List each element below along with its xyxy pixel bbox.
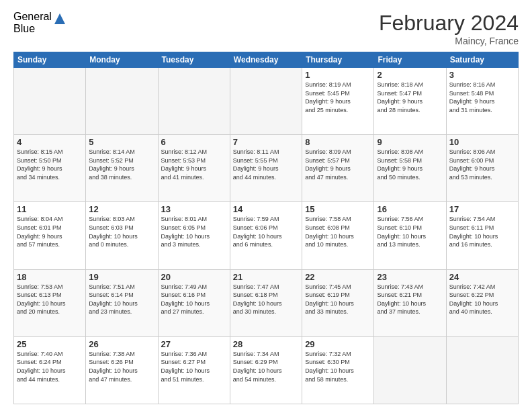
- day-info: Sunrise: 8:08 AM Sunset: 5:58 PM Dayligh…: [377, 148, 443, 181]
- day-info: Sunrise: 8:15 AM Sunset: 5:50 PM Dayligh…: [17, 148, 83, 181]
- day-number: 1: [305, 70, 371, 80]
- day-info: Sunrise: 8:16 AM Sunset: 5:48 PM Dayligh…: [449, 81, 515, 114]
- day-info: Sunrise: 7:36 AM Sunset: 6:27 PM Dayligh…: [161, 350, 227, 383]
- calendar-cell: 10Sunrise: 8:06 AM Sunset: 6:00 PM Dayli…: [446, 135, 518, 202]
- day-number: 21: [233, 272, 299, 282]
- day-info: Sunrise: 7:59 AM Sunset: 6:06 PM Dayligh…: [233, 215, 299, 248]
- day-number: 4: [17, 137, 83, 147]
- day-info: Sunrise: 7:53 AM Sunset: 6:13 PM Dayligh…: [17, 283, 83, 316]
- calendar-cell: 15Sunrise: 7:58 AM Sunset: 6:08 PM Dayli…: [302, 202, 374, 269]
- logo-general: General: [13, 11, 52, 23]
- calendar-cell: 17Sunrise: 7:54 AM Sunset: 6:11 PM Dayli…: [446, 202, 518, 269]
- day-info: Sunrise: 8:18 AM Sunset: 5:47 PM Dayligh…: [377, 81, 443, 114]
- day-info: Sunrise: 8:19 AM Sunset: 5:45 PM Dayligh…: [305, 81, 371, 114]
- day-number: 12: [89, 204, 154, 214]
- day-number: 3: [449, 70, 515, 80]
- calendar-cell: 13Sunrise: 8:01 AM Sunset: 6:05 PM Dayli…: [158, 202, 230, 269]
- day-number: 28: [233, 339, 299, 349]
- calendar-cell: 25Sunrise: 7:40 AM Sunset: 6:24 PM Dayli…: [14, 336, 86, 404]
- day-number: 20: [161, 272, 227, 282]
- day-number: 6: [161, 137, 227, 147]
- calendar-cell: 16Sunrise: 7:56 AM Sunset: 6:10 PM Dayli…: [374, 202, 446, 269]
- day-info: Sunrise: 7:40 AM Sunset: 6:24 PM Dayligh…: [17, 350, 83, 383]
- day-number: 26: [89, 339, 154, 349]
- calendar-cell: 12Sunrise: 8:03 AM Sunset: 6:03 PM Dayli…: [86, 202, 158, 269]
- week-row-4: 18Sunrise: 7:53 AM Sunset: 6:13 PM Dayli…: [14, 269, 519, 336]
- header: General Blue February 2024 Maincy, Franc…: [13, 11, 519, 46]
- day-info: Sunrise: 7:34 AM Sunset: 6:29 PM Dayligh…: [233, 350, 299, 383]
- calendar-cell: 4Sunrise: 8:15 AM Sunset: 5:50 PM Daylig…: [14, 135, 86, 202]
- calendar-cell: [446, 336, 518, 404]
- header-friday: Friday: [374, 52, 446, 68]
- title-section: February 2024 Maincy, France: [379, 11, 519, 46]
- day-info: Sunrise: 8:12 AM Sunset: 5:53 PM Dayligh…: [161, 148, 227, 181]
- calendar-cell: 20Sunrise: 7:49 AM Sunset: 6:16 PM Dayli…: [158, 269, 230, 336]
- calendar-cell: [374, 336, 446, 404]
- day-number: 18: [17, 272, 83, 282]
- calendar-cell: [86, 68, 158, 135]
- day-number: 27: [161, 339, 227, 349]
- header-monday: Monday: [86, 52, 158, 68]
- calendar-cell: 2Sunrise: 8:18 AM Sunset: 5:47 PM Daylig…: [374, 68, 446, 135]
- header-saturday: Saturday: [446, 52, 518, 68]
- day-info: Sunrise: 7:56 AM Sunset: 6:10 PM Dayligh…: [377, 215, 443, 248]
- day-number: 7: [233, 137, 299, 147]
- logo-icon: [53, 12, 66, 26]
- calendar-cell: [158, 68, 230, 135]
- calendar-cell: 6Sunrise: 8:12 AM Sunset: 5:53 PM Daylig…: [158, 135, 230, 202]
- day-info: Sunrise: 7:47 AM Sunset: 6:18 PM Dayligh…: [233, 283, 299, 316]
- day-info: Sunrise: 8:06 AM Sunset: 6:00 PM Dayligh…: [449, 148, 515, 181]
- calendar-cell: 9Sunrise: 8:08 AM Sunset: 5:58 PM Daylig…: [374, 135, 446, 202]
- header-tuesday: Tuesday: [158, 52, 230, 68]
- calendar-cell: 29Sunrise: 7:32 AM Sunset: 6:30 PM Dayli…: [302, 336, 374, 404]
- day-number: 29: [305, 339, 371, 349]
- day-info: Sunrise: 7:51 AM Sunset: 6:14 PM Dayligh…: [89, 283, 154, 316]
- day-info: Sunrise: 7:42 AM Sunset: 6:22 PM Dayligh…: [449, 283, 515, 316]
- day-number: 24: [449, 272, 515, 282]
- week-row-3: 11Sunrise: 8:04 AM Sunset: 6:01 PM Dayli…: [14, 202, 519, 269]
- logo-text: General Blue: [13, 11, 52, 34]
- logo-blue: Blue: [13, 23, 52, 35]
- day-number: 19: [89, 272, 154, 282]
- day-info: Sunrise: 7:58 AM Sunset: 6:08 PM Dayligh…: [305, 215, 371, 248]
- page: General Blue February 2024 Maincy, Franc…: [0, 0, 532, 411]
- header-row: SundayMondayTuesdayWednesdayThursdayFrid…: [14, 52, 519, 68]
- month-title: February 2024: [379, 11, 519, 36]
- calendar-cell: 3Sunrise: 8:16 AM Sunset: 5:48 PM Daylig…: [446, 68, 518, 135]
- day-info: Sunrise: 8:01 AM Sunset: 6:05 PM Dayligh…: [161, 215, 227, 248]
- day-info: Sunrise: 8:03 AM Sunset: 6:03 PM Dayligh…: [89, 215, 154, 248]
- day-info: Sunrise: 7:54 AM Sunset: 6:11 PM Dayligh…: [449, 215, 515, 248]
- calendar-cell: 27Sunrise: 7:36 AM Sunset: 6:27 PM Dayli…: [158, 336, 230, 404]
- day-number: 11: [17, 204, 83, 214]
- day-info: Sunrise: 8:11 AM Sunset: 5:55 PM Dayligh…: [233, 148, 299, 181]
- week-row-2: 4Sunrise: 8:15 AM Sunset: 5:50 PM Daylig…: [14, 135, 519, 202]
- calendar-cell: 19Sunrise: 7:51 AM Sunset: 6:14 PM Dayli…: [86, 269, 158, 336]
- day-number: 22: [305, 272, 371, 282]
- day-number: 9: [377, 137, 443, 147]
- day-number: 8: [305, 137, 371, 147]
- week-row-5: 25Sunrise: 7:40 AM Sunset: 6:24 PM Dayli…: [14, 336, 519, 404]
- calendar-cell: 1Sunrise: 8:19 AM Sunset: 5:45 PM Daylig…: [302, 68, 374, 135]
- day-info: Sunrise: 8:14 AM Sunset: 5:52 PM Dayligh…: [89, 148, 154, 181]
- day-number: 13: [161, 204, 227, 214]
- week-row-1: 1Sunrise: 8:19 AM Sunset: 5:45 PM Daylig…: [14, 68, 519, 135]
- day-info: Sunrise: 7:38 AM Sunset: 6:26 PM Dayligh…: [89, 350, 154, 383]
- day-number: 15: [305, 204, 371, 214]
- calendar-cell: 26Sunrise: 7:38 AM Sunset: 6:26 PM Dayli…: [86, 336, 158, 404]
- day-info: Sunrise: 7:49 AM Sunset: 6:16 PM Dayligh…: [161, 283, 227, 316]
- day-number: 17: [449, 204, 515, 214]
- day-number: 25: [17, 339, 83, 349]
- calendar-cell: [14, 68, 86, 135]
- calendar-cell: 21Sunrise: 7:47 AM Sunset: 6:18 PM Dayli…: [230, 269, 302, 336]
- day-info: Sunrise: 7:32 AM Sunset: 6:30 PM Dayligh…: [305, 350, 371, 383]
- day-number: 16: [377, 204, 443, 214]
- day-number: 14: [233, 204, 299, 214]
- calendar-cell: [230, 68, 302, 135]
- calendar-cell: 14Sunrise: 7:59 AM Sunset: 6:06 PM Dayli…: [230, 202, 302, 269]
- day-number: 2: [377, 70, 443, 80]
- day-number: 10: [449, 137, 515, 147]
- day-info: Sunrise: 7:43 AM Sunset: 6:21 PM Dayligh…: [377, 283, 443, 316]
- header-wednesday: Wednesday: [230, 52, 302, 68]
- day-info: Sunrise: 8:09 AM Sunset: 5:57 PM Dayligh…: [305, 148, 371, 181]
- calendar-table: SundayMondayTuesdayWednesdayThursdayFrid…: [13, 52, 519, 404]
